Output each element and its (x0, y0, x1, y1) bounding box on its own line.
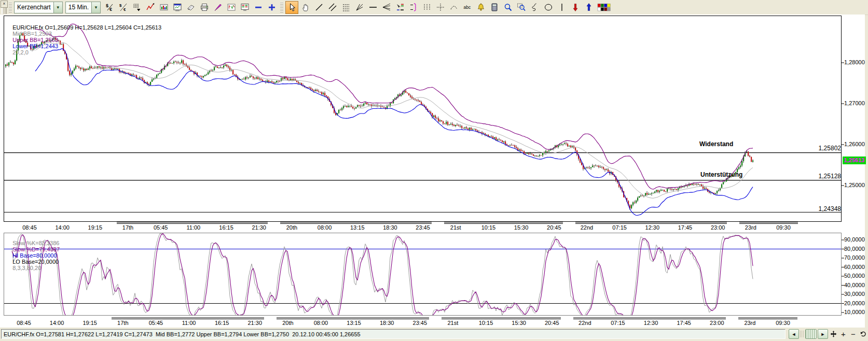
format-brush-button[interactable] (211, 1, 224, 14)
eraser-button[interactable] (184, 1, 197, 14)
vgrid-icon (422, 3, 432, 12)
grid-settings-button[interactable] (130, 1, 143, 14)
vertical-line-button[interactable] (555, 1, 568, 14)
stochastic-axis-label: 10,0000 (844, 309, 865, 315)
undo-button[interactable] (859, 329, 867, 339)
gann-fan-button[interactable] (353, 1, 366, 14)
scroll-right-button[interactable]: ► (818, 329, 828, 339)
close-icon[interactable]: × (1, 1, 8, 8)
resistance-annotation[interactable]: Widerstand (699, 140, 733, 148)
chevron-down-icon[interactable]: ▼ (53, 2, 62, 13)
chart-type-select[interactable]: Kerzenchart ▼ (14, 2, 63, 13)
time-axis-label: 11:00 (179, 224, 208, 231)
arc-button[interactable] (447, 1, 460, 14)
parallel-lines-icon (328, 3, 337, 12)
select-cursor-button[interactable] (285, 1, 298, 14)
trendline-button[interactable] (312, 1, 325, 14)
crosshair-button[interactable] (434, 1, 447, 14)
freehand-draw-button[interactable] (528, 1, 541, 14)
time-axis-label: 14:00 (48, 224, 77, 231)
time-axis-label: 16:15 (212, 224, 241, 231)
minus-blue-icon (254, 3, 263, 12)
trendline-icon (314, 3, 324, 12)
print-button[interactable] (198, 1, 211, 14)
resistance-price-label: 1,25802 (819, 145, 841, 152)
speed-lines-button[interactable] (380, 1, 393, 14)
time-axis-label: 07:15 (605, 224, 634, 231)
toolbar: × Kerzenchart ▼ 15 Min. ▼ $€$€abc (0, 0, 868, 15)
interval-select[interactable]: 15 Min. ▼ (65, 2, 101, 13)
price-axis-label: 1,27000 (844, 100, 865, 106)
watchlist-button[interactable] (238, 1, 251, 14)
time-axis-label: 17:45 (670, 224, 699, 231)
chart-screen-icon (173, 3, 182, 12)
stochastic-axis-label: 80,0000 (844, 246, 865, 252)
currency-quote-icon: $€ (105, 3, 115, 12)
pan-hand-button[interactable] (299, 1, 312, 14)
price-axis-label: 1,25000 (844, 182, 865, 188)
time-axis-label: 21:30 (240, 320, 269, 326)
vertical-grid-button[interactable] (420, 1, 433, 14)
hand-icon (301, 3, 310, 12)
fibonacci-retracement-button[interactable] (339, 1, 352, 14)
zoom-out-button[interactable] (252, 1, 265, 14)
toolbar-separator (280, 2, 283, 12)
time-axis-label: 22nd (572, 224, 601, 231)
color-palette-button[interactable] (596, 1, 612, 14)
quote-currency-alt-button[interactable]: $€ (117, 1, 130, 14)
calculator-button[interactable] (488, 1, 501, 14)
parallel-lines-button[interactable] (326, 1, 339, 14)
speed-lines-icon (382, 3, 391, 12)
stochastic-axis-label: 50,0000 (844, 273, 865, 279)
fib-lines-icon (341, 3, 351, 12)
toolbar-drag-handle[interactable] (9, 2, 12, 12)
buy-arrow-button[interactable] (582, 1, 595, 14)
time-axis-label: 12:30 (638, 224, 667, 231)
text-abc-icon: abc (463, 3, 472, 12)
main-chart-header: EUR/CHF.fx O=1,25609 H=1,25628 L=1,25604… (6, 18, 164, 62)
scroll-thumb[interactable] (805, 329, 817, 339)
support-annotation[interactable]: Unterstützung (700, 171, 742, 178)
stochastic-axis-label: 20,0000 (844, 300, 865, 306)
ellipse-button[interactable] (542, 1, 555, 14)
chevron-down-icon[interactable]: ▼ (91, 2, 100, 13)
time-axis-label: 09:30 (768, 320, 797, 326)
support-price-label: 1,25128 (819, 173, 841, 180)
indicator-button[interactable] (144, 1, 157, 14)
magnify-button[interactable] (501, 1, 514, 14)
toolbar-grip[interactable] (2, 8, 7, 14)
slow-d-readout: Slow %D=79,4337 (12, 246, 60, 252)
zoom-out-button[interactable]: − (849, 329, 858, 339)
magnify-area-button[interactable] (515, 1, 528, 14)
alert-button[interactable] (474, 1, 487, 14)
horizontal-line-button[interactable] (366, 1, 379, 14)
quote-currency-button[interactable]: $€ (103, 1, 116, 14)
time-axis-label: 13:15 (339, 320, 368, 326)
move-chart-button[interactable] (829, 329, 838, 339)
status-bar: EUR/CHF.fx O=1,27581 H=1,27622 L=1,27419… (0, 328, 868, 341)
chart-gallery-button[interactable] (157, 1, 170, 14)
scroll-left-button[interactable]: ◄ (789, 329, 799, 339)
sell-arrow-button[interactable] (569, 1, 582, 14)
scroll-track[interactable] (800, 331, 804, 337)
arrow-down-red-icon (571, 3, 580, 12)
printer-icon (200, 3, 209, 12)
stochastic-axis-label: 40,0000 (844, 282, 865, 288)
zoom-in-button[interactable]: + (839, 329, 848, 339)
regression-button[interactable] (393, 1, 406, 14)
plus-blue-icon (267, 3, 277, 12)
time-axis-label: 17:45 (669, 320, 698, 326)
time-axis-label: 14:00 (43, 320, 72, 326)
time-axis-label: 23:00 (704, 224, 733, 231)
zoom-in-button[interactable] (265, 1, 278, 14)
stochastic-header: Slow %K=83,3386 Slow %D=79,4337 HI Base=… (6, 234, 63, 277)
time-axis-label: 21:30 (244, 224, 273, 231)
text-label-button[interactable]: abc (461, 1, 474, 14)
time-axis-label: 19:15 (80, 224, 109, 231)
signals-chart-button[interactable] (225, 1, 238, 14)
crosshair-icon (436, 3, 445, 12)
chart-template-button[interactable] (171, 1, 184, 14)
cycle-lines-button[interactable] (407, 1, 420, 14)
status-readout: EUR/CHF.fx O=1,27581 H=1,27622 L=1,27419… (1, 329, 786, 339)
time-axis-label: 18:30 (376, 224, 405, 231)
